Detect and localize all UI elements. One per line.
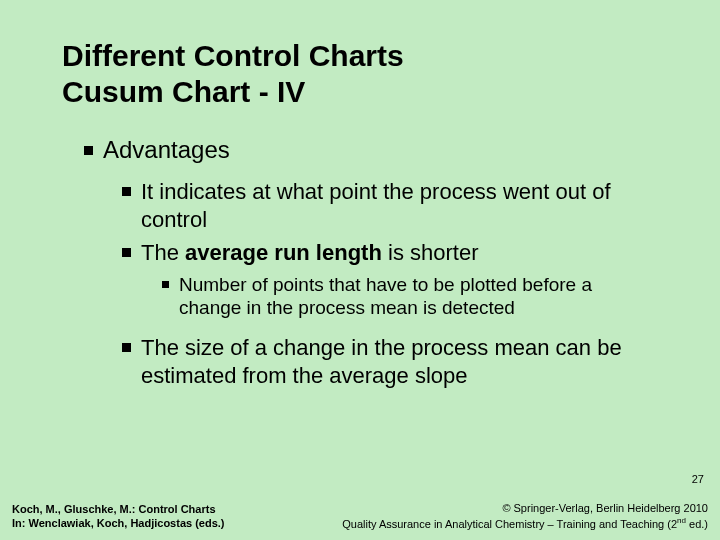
footer-in-line: In: Wenclawiak, Koch, Hadjicostas (eds.) [12,516,225,530]
superscript: nd [677,516,686,525]
text-fragment: The [141,240,185,265]
slide-content: Different Control Charts Cusum Chart - I… [0,0,720,389]
bullet-text: The average run length is shorter [141,239,478,267]
sub-bullet-text: Number of points that have to be plotted… [179,273,630,321]
text-fragment: Quality Assurance in Analytical Chemistr… [342,517,677,529]
bullet-item: The average run length is shorter [122,239,670,267]
footer-right: © Springer-Verlag, Berlin Heidelberg 201… [342,501,708,530]
bullet-item: The size of a change in the process mean… [122,334,670,389]
bullet-square-icon [162,281,169,288]
bullet-item: It indicates at what point the process w… [122,178,670,233]
bullet-text: The size of a change in the process mean… [141,334,640,389]
footer-copyright: © Springer-Verlag, Berlin Heidelberg 201… [342,501,708,515]
sub-bullet-item: Number of points that have to be plotted… [162,273,670,321]
page-number: 27 [692,473,704,485]
footer: Koch, M., Gluschke, M.: Control Charts I… [0,492,720,540]
title-line-2: Cusum Chart - IV [62,74,670,110]
text-fragment: is shorter [382,240,479,265]
bullet-square-icon [84,146,93,155]
bullet-square-icon [122,248,131,257]
footer-left: Koch, M., Gluschke, M.: Control Charts I… [12,502,225,531]
slide-title: Different Control Charts Cusum Chart - I… [62,38,670,110]
footer-authors: Koch, M., Gluschke, M.: Control Charts [12,502,225,516]
title-line-1: Different Control Charts [62,38,670,74]
section-heading: Advantages [84,136,670,164]
bold-fragment: average run length [185,240,382,265]
bullet-square-icon [122,343,131,352]
text-fragment: ed.) [686,517,708,529]
advantages-label: Advantages [103,136,230,164]
bullet-text: It indicates at what point the process w… [141,178,640,233]
footer-subtitle: Quality Assurance in Analytical Chemistr… [342,516,708,531]
bullet-square-icon [122,187,131,196]
